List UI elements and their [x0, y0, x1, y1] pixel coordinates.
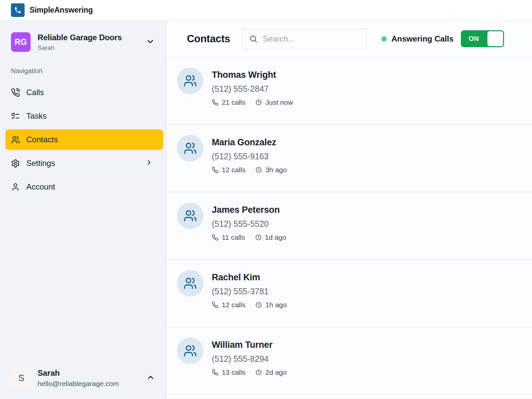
phone-icon	[212, 234, 218, 241]
clock-icon	[255, 369, 262, 376]
chevron-up-icon	[146, 373, 155, 383]
contact-name: Maria Gonzalez	[212, 137, 287, 148]
chevron-down-icon	[146, 37, 155, 48]
contact-phone: (512) 555-3781	[212, 287, 287, 296]
sidebar-item-contacts[interactable]: Contacts	[5, 129, 163, 150]
contact-calls: 13 calls	[222, 368, 245, 376]
contact-calls: 12 calls	[222, 301, 245, 309]
top-bar: SimpleAnswering	[0, 0, 532, 21]
clock-icon	[255, 234, 262, 241]
contact-avatar	[177, 135, 203, 162]
status-dot	[381, 36, 387, 42]
nav-section-label: Navigation	[11, 67, 166, 75]
user-name: Sarah	[38, 368, 146, 378]
phone-icon	[212, 369, 218, 376]
contact-row[interactable]: Maria Gonzalez (512) 555-9163 12 calls 3…	[166, 125, 532, 192]
status-label: Answering Calls	[391, 34, 454, 44]
user-avatar: S	[11, 368, 32, 388]
users-icon	[11, 135, 20, 144]
contact-phone: (512) 555-2847	[212, 84, 293, 94]
contact-list: Thomas Wright (512) 555-2847 21 calls Ju…	[166, 57, 532, 399]
users-icon	[184, 277, 197, 290]
phone-icon	[212, 99, 218, 106]
sidebar: RG Reliable Garage Doors Sarah Navigatio…	[0, 21, 166, 399]
contact-calls: 11 calls	[222, 233, 245, 241]
contact-calls: 12 calls	[222, 166, 245, 174]
contact-last: 2d ago	[265, 368, 287, 376]
page-title: Contacts	[187, 33, 230, 45]
phone-icon	[212, 302, 218, 308]
org-name: Reliable Garage Doors	[38, 33, 146, 42]
phone-icon	[212, 167, 218, 173]
sidebar-item-account[interactable]: Account	[5, 177, 163, 197]
phone-icon	[14, 6, 22, 14]
users-icon	[184, 209, 197, 222]
contact-avatar	[177, 202, 203, 229]
org-avatar: RG	[11, 32, 31, 52]
contact-row[interactable]: James Peterson (512) 555-5520 11 calls 1…	[166, 192, 532, 260]
sidebar-item-settings[interactable]: Settings	[5, 153, 163, 174]
contact-last: 1h ago	[265, 301, 287, 309]
app-logo	[11, 3, 25, 17]
contact-phone: (512) 555-5520	[212, 219, 286, 229]
contact-avatar	[177, 270, 203, 297]
user-menu[interactable]: S Sarah hello@reliablegarage.com	[0, 368, 166, 399]
contact-phone: (512) 555-8294	[212, 354, 287, 364]
contact-phone: (512) 555-9163	[212, 152, 287, 161]
list-todo-icon	[11, 112, 20, 121]
search-input[interactable]	[263, 34, 360, 44]
clock-icon	[255, 167, 262, 173]
sidebar-item-label: Calls	[26, 88, 44, 97]
sidebar-item-tasks[interactable]: Tasks	[5, 106, 163, 126]
contact-name: James Peterson	[212, 205, 286, 215]
users-icon	[184, 74, 197, 87]
contact-name: William Turner	[212, 340, 287, 350]
contact-name: Rachel Kim	[212, 272, 287, 283]
user-email: hello@reliablegarage.com	[38, 380, 146, 388]
sidebar-nav: Calls Tasks Contacts Settings	[0, 82, 166, 200]
contact-last: Just now	[265, 98, 293, 106]
sidebar-item-label: Contacts	[26, 135, 58, 144]
contact-avatar	[177, 67, 203, 94]
chevron-right-icon	[145, 159, 153, 168]
sidebar-item-label: Tasks	[26, 111, 47, 121]
answering-calls-toggle[interactable]: ON	[461, 30, 504, 47]
clock-icon	[255, 302, 262, 308]
contact-last: 1d ago	[265, 233, 286, 241]
search-icon	[249, 35, 258, 43]
sidebar-item-label: Settings	[26, 159, 55, 168]
contacts-header: Contacts Answering Calls ON	[166, 21, 532, 57]
main-content: Contacts Answering Calls ON	[166, 21, 532, 399]
contact-last: 3h ago	[265, 166, 287, 174]
user-icon	[11, 183, 20, 192]
app-title: SimpleAnswering	[30, 6, 93, 15]
toggle-on-label: ON	[461, 35, 487, 43]
answering-status: Answering Calls ON	[381, 30, 504, 47]
contact-name: Thomas Wright	[212, 70, 293, 80]
phone-call-icon	[11, 88, 20, 97]
org-subtitle: Sarah	[38, 44, 146, 52]
toggle-knob	[487, 31, 503, 46]
sidebar-item-label: Account	[26, 182, 55, 192]
gear-icon	[11, 159, 20, 168]
contact-row[interactable]: William Turner (512) 555-8294 13 calls 2…	[166, 327, 532, 395]
search-box	[242, 29, 367, 49]
clock-icon	[255, 99, 262, 106]
contact-row[interactable]: Thomas Wright (512) 555-2847 21 calls Ju…	[166, 57, 532, 125]
users-icon	[184, 344, 197, 357]
sidebar-item-calls[interactable]: Calls	[5, 82, 163, 103]
org-switcher[interactable]: RG Reliable Garage Doors Sarah	[0, 21, 166, 52]
contact-avatar	[177, 337, 203, 364]
contact-row[interactable]: Rachel Kim (512) 555-3781 12 calls 1h ag…	[166, 260, 532, 327]
users-icon	[184, 142, 197, 155]
contact-calls: 21 calls	[222, 98, 245, 106]
